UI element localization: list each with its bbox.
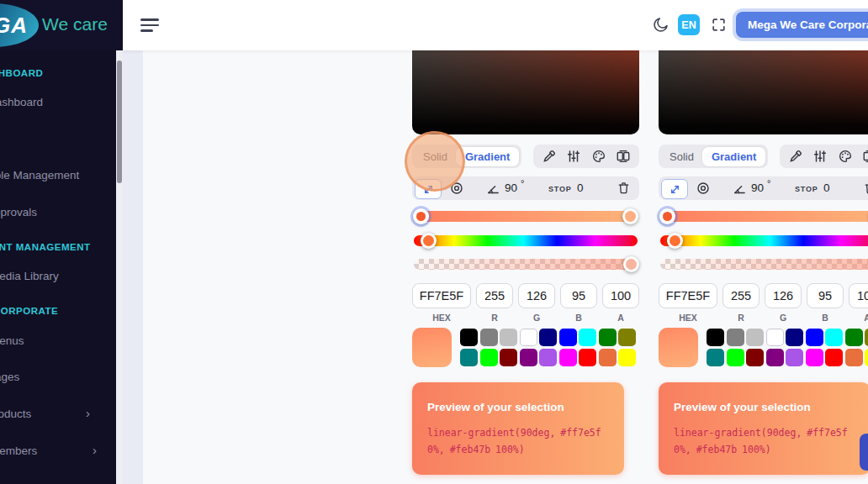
hue-handle[interactable] [667,233,683,249]
alpha-slider[interactable] [414,259,638,270]
color-swatch[interactable] [746,349,764,366]
palette-icon[interactable] [838,149,853,164]
radial-target-icon[interactable] [696,181,711,196]
stop-value[interactable]: 0 [577,182,584,194]
fullscreen-icon[interactable] [711,17,727,33]
current-color-swatch[interactable] [412,328,452,367]
swap-panels-icon[interactable] [862,149,868,164]
color-swatch[interactable] [480,329,498,346]
swap-panels-icon[interactable] [616,149,631,164]
hue-slider[interactable] [660,235,868,246]
color-swatch[interactable] [579,349,596,366]
color-swatch[interactable] [786,329,803,346]
color-swatch[interactable] [865,329,868,346]
floating-action-tab[interactable] [860,434,868,471]
color-swatch[interactable] [460,329,478,346]
b-input[interactable] [560,283,597,308]
color-swatch[interactable] [727,349,744,366]
a-input[interactable] [849,283,868,308]
a-input[interactable] [602,283,639,308]
alpha-handle[interactable] [623,256,639,272]
tab-gradient[interactable]: Gradient [456,147,519,166]
color-swatch[interactable] [825,349,843,366]
color-swatch[interactable] [727,329,744,346]
angle-value[interactable]: 90 [751,182,764,194]
r-input[interactable] [722,283,760,308]
angle-value[interactable]: 90 [505,182,517,194]
gradient-stops-slider[interactable] [660,211,868,222]
color-swatch[interactable] [825,329,843,346]
color-swatch[interactable] [579,329,596,346]
hex-input[interactable] [659,283,717,308]
color-swatch[interactable] [520,349,537,366]
color-swatch[interactable] [460,349,478,366]
color-swatch[interactable] [845,329,863,346]
saturation-value-picker[interactable] [412,50,639,134]
expand-button[interactable] [415,179,442,199]
color-swatch[interactable] [539,349,557,366]
color-swatch[interactable] [618,349,636,366]
logo[interactable]: MEGA We care [0,0,123,50]
color-swatch[interactable] [520,329,537,346]
org-selector-button[interactable]: Mega We Care Corporate [736,12,868,38]
palette-icon[interactable] [591,149,606,164]
hue-handle[interactable] [421,233,437,249]
sidebar-item-menus[interactable]: Menus [0,334,24,347]
sidebar-item-pages[interactable]: Pages [0,371,19,383]
gradient-stops-slider[interactable] [414,211,638,222]
alpha-slider[interactable] [660,259,868,270]
delete-stop-icon[interactable] [863,181,868,196]
color-swatch[interactable] [766,349,784,366]
eyedropper-icon[interactable] [788,149,803,164]
stop-value[interactable]: 0 [823,182,830,194]
color-swatch[interactable] [559,329,577,346]
color-swatch[interactable] [559,349,577,366]
eyedropper-icon[interactable] [542,149,557,164]
color-swatch[interactable] [865,349,868,366]
color-swatch[interactable] [707,329,724,346]
sidebar-item-dashboard[interactable]: Dashboard [0,96,43,108]
color-swatch[interactable] [500,349,517,366]
expand-button[interactable] [661,179,688,199]
gradient-stop-handle-start[interactable] [413,208,429,224]
g-input[interactable] [518,283,555,308]
color-swatch[interactable] [480,349,498,366]
saturation-value-picker[interactable] [659,50,868,134]
b-input[interactable] [807,283,844,308]
sidebar-item-role-management[interactable]: Role Management [0,169,79,182]
color-swatch[interactable] [786,349,803,366]
tab-gradient[interactable]: Gradient [702,147,765,166]
hue-slider[interactable] [414,235,638,246]
hamburger-menu-icon[interactable] [140,18,159,32]
gradient-stop-handle-end[interactable] [622,208,638,224]
tab-solid[interactable]: Solid [661,147,702,166]
tab-solid[interactable]: Solid [415,147,456,166]
color-swatch[interactable] [845,349,863,366]
sidebar-item-members[interactable]: Members› [0,445,37,457]
radial-target-icon[interactable] [449,181,464,196]
g-input[interactable] [765,283,802,308]
color-swatch[interactable] [618,329,636,346]
color-swatch[interactable] [806,349,823,366]
r-input[interactable] [476,283,513,308]
color-swatch[interactable] [599,329,617,346]
sliders-icon[interactable] [812,149,828,164]
delete-stop-icon[interactable] [617,181,631,196]
current-color-swatch[interactable] [659,328,698,367]
gradient-stop-handle-start[interactable] [659,208,675,224]
sliders-icon[interactable] [566,149,581,164]
dark-mode-moon-icon[interactable] [652,16,670,34]
color-swatch[interactable] [539,329,557,346]
sidebar-item-media-library[interactable]: Media Library [0,270,59,282]
color-swatch[interactable] [707,349,724,366]
color-swatch[interactable] [500,329,517,346]
hex-input[interactable] [412,283,471,308]
color-swatch[interactable] [766,329,784,346]
color-swatch[interactable] [599,349,617,366]
language-badge[interactable]: EN [678,14,700,35]
sidebar-item-products[interactable]: Products› [0,408,31,420]
color-swatch[interactable] [746,329,764,346]
sidebar-item-approvals[interactable]: Approvals [0,206,37,218]
sidebar-scrollbar-thumb[interactable] [117,60,122,183]
color-swatch[interactable] [806,329,823,346]
